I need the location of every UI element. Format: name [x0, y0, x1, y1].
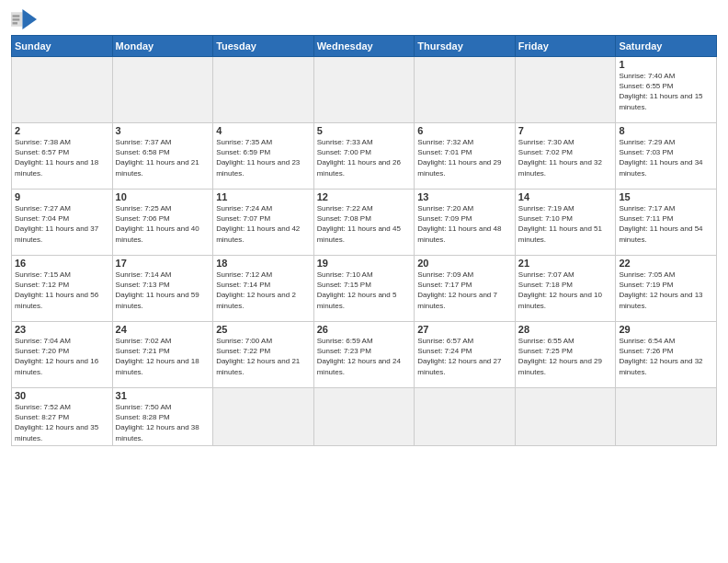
calendar-cell: 25Sunrise: 7:00 AM Sunset: 7:22 PM Dayli…	[213, 322, 314, 388]
weekday-header-thursday: Thursday	[415, 36, 516, 57]
day-info: Sunrise: 7:12 AM Sunset: 7:14 PM Dayligh…	[216, 270, 311, 311]
day-info: Sunrise: 7:27 AM Sunset: 7:04 PM Dayligh…	[15, 203, 109, 245]
calendar-cell: 14Sunrise: 7:19 AM Sunset: 7:10 PM Dayli…	[515, 190, 616, 256]
calendar-cell	[515, 57, 616, 123]
day-number: 26	[317, 324, 412, 335]
day-info: Sunrise: 7:29 AM Sunset: 7:03 PM Dayligh…	[619, 137, 713, 178]
week-row-3: 16Sunrise: 7:15 AM Sunset: 7:12 PM Dayli…	[12, 256, 717, 322]
day-number: 27	[417, 324, 512, 335]
calendar-cell: 7Sunrise: 7:30 AM Sunset: 7:02 PM Daylig…	[515, 123, 616, 190]
calendar-cell: 13Sunrise: 7:20 AM Sunset: 7:09 PM Dayli…	[415, 190, 516, 256]
calendar-cell: 2Sunrise: 7:38 AM Sunset: 6:57 PM Daylig…	[12, 123, 113, 190]
day-info: Sunrise: 7:02 AM Sunset: 7:21 PM Dayligh…	[116, 336, 210, 377]
svg-rect-3	[13, 18, 20, 20]
day-number: 24	[116, 324, 210, 335]
calendar-table: SundayMondayTuesdayWednesdayThursdayFrid…	[11, 35, 717, 446]
calendar-cell: 22Sunrise: 7:05 AM Sunset: 7:19 PM Dayli…	[616, 256, 717, 322]
day-number: 4	[216, 125, 311, 136]
day-info: Sunrise: 7:04 AM Sunset: 7:20 PM Dayligh…	[15, 336, 109, 377]
day-number: 12	[317, 191, 412, 202]
week-row-5: 30Sunrise: 7:52 AM Sunset: 8:27 PM Dayli…	[12, 388, 717, 446]
day-info: Sunrise: 6:59 AM Sunset: 7:23 PM Dayligh…	[317, 336, 412, 377]
day-info: Sunrise: 7:09 AM Sunset: 7:17 PM Dayligh…	[417, 270, 512, 311]
day-number: 19	[317, 258, 412, 269]
day-info: Sunrise: 7:25 AM Sunset: 7:06 PM Dayligh…	[116, 203, 210, 245]
calendar-cell	[415, 388, 516, 446]
week-row-0: 1Sunrise: 7:40 AM Sunset: 6:55 PM Daylig…	[12, 57, 717, 123]
day-info: Sunrise: 7:05 AM Sunset: 7:19 PM Dayligh…	[619, 270, 713, 311]
week-row-2: 9Sunrise: 7:27 AM Sunset: 7:04 PM Daylig…	[12, 190, 717, 256]
day-info: Sunrise: 7:07 AM Sunset: 7:18 PM Dayligh…	[518, 270, 613, 311]
day-number: 3	[116, 125, 210, 136]
calendar-cell: 18Sunrise: 7:12 AM Sunset: 7:14 PM Dayli…	[213, 256, 314, 322]
day-info: Sunrise: 7:35 AM Sunset: 6:59 PM Dayligh…	[216, 137, 311, 178]
day-number: 13	[417, 191, 512, 202]
calendar-cell: 10Sunrise: 7:25 AM Sunset: 7:06 PM Dayli…	[112, 190, 213, 256]
day-number: 9	[15, 191, 109, 202]
day-info: Sunrise: 7:22 AM Sunset: 7:08 PM Dayligh…	[317, 203, 412, 245]
day-info: Sunrise: 7:37 AM Sunset: 6:58 PM Dayligh…	[116, 137, 210, 178]
calendar-cell: 3Sunrise: 7:37 AM Sunset: 6:58 PM Daylig…	[112, 123, 213, 190]
calendar-cell: 6Sunrise: 7:32 AM Sunset: 7:01 PM Daylig…	[415, 123, 516, 190]
day-number: 5	[317, 125, 412, 136]
day-info: Sunrise: 7:30 AM Sunset: 7:02 PM Dayligh…	[518, 137, 613, 178]
day-number: 11	[216, 191, 311, 202]
day-info: Sunrise: 7:19 AM Sunset: 7:10 PM Dayligh…	[518, 203, 613, 245]
weekday-header-saturday: Saturday	[616, 36, 717, 57]
day-number: 22	[619, 258, 713, 269]
logo	[11, 9, 40, 29]
calendar-cell	[213, 57, 314, 123]
day-number: 20	[417, 258, 512, 269]
calendar-cell: 26Sunrise: 6:59 AM Sunset: 7:23 PM Dayli…	[313, 322, 415, 388]
day-info: Sunrise: 7:33 AM Sunset: 7:00 PM Dayligh…	[317, 137, 412, 178]
day-number: 29	[619, 324, 713, 335]
calendar-cell: 21Sunrise: 7:07 AM Sunset: 7:18 PM Dayli…	[515, 256, 616, 322]
weekday-header-tuesday: Tuesday	[213, 36, 314, 57]
weekday-header-friday: Friday	[515, 36, 616, 57]
day-number: 1	[619, 59, 713, 70]
calendar-cell: 20Sunrise: 7:09 AM Sunset: 7:17 PM Dayli…	[415, 256, 516, 322]
calendar-cell: 15Sunrise: 7:17 AM Sunset: 7:11 PM Dayli…	[616, 190, 717, 256]
day-number: 16	[15, 258, 109, 269]
day-info: Sunrise: 7:17 AM Sunset: 7:11 PM Dayligh…	[619, 203, 713, 245]
day-number: 6	[417, 125, 512, 136]
calendar-cell: 19Sunrise: 7:10 AM Sunset: 7:15 PM Dayli…	[313, 256, 415, 322]
calendar-cell	[213, 388, 314, 446]
day-number: 18	[216, 258, 311, 269]
week-row-1: 2Sunrise: 7:38 AM Sunset: 6:57 PM Daylig…	[12, 123, 717, 190]
calendar-cell: 4Sunrise: 7:35 AM Sunset: 6:59 PM Daylig…	[213, 123, 314, 190]
svg-marker-1	[22, 9, 37, 29]
day-number: 7	[518, 125, 613, 136]
calendar-cell: 5Sunrise: 7:33 AM Sunset: 7:00 PM Daylig…	[313, 123, 415, 190]
svg-rect-4	[13, 22, 17, 24]
calendar-cell	[313, 388, 415, 446]
day-info: Sunrise: 7:10 AM Sunset: 7:15 PM Dayligh…	[317, 270, 412, 311]
day-number: 2	[15, 125, 109, 136]
calendar-cell: 31Sunrise: 7:50 AM Sunset: 8:28 PM Dayli…	[112, 388, 213, 446]
day-number: 8	[619, 125, 713, 136]
svg-rect-2	[13, 15, 20, 17]
calendar-cell: 8Sunrise: 7:29 AM Sunset: 7:03 PM Daylig…	[616, 123, 717, 190]
calendar-cell: 12Sunrise: 7:22 AM Sunset: 7:08 PM Dayli…	[313, 190, 415, 256]
weekday-header-wednesday: Wednesday	[313, 36, 415, 57]
calendar-cell	[12, 57, 113, 123]
day-info: Sunrise: 7:00 AM Sunset: 7:22 PM Dayligh…	[216, 336, 311, 377]
calendar-cell: 11Sunrise: 7:24 AM Sunset: 7:07 PM Dayli…	[213, 190, 314, 256]
day-info: Sunrise: 7:20 AM Sunset: 7:09 PM Dayligh…	[417, 203, 512, 245]
day-info: Sunrise: 6:57 AM Sunset: 7:24 PM Dayligh…	[417, 336, 512, 377]
day-number: 28	[518, 324, 613, 335]
calendar-cell: 28Sunrise: 6:55 AM Sunset: 7:25 PM Dayli…	[515, 322, 616, 388]
calendar-cell	[112, 57, 213, 123]
day-info: Sunrise: 6:55 AM Sunset: 7:25 PM Dayligh…	[518, 336, 613, 377]
day-info: Sunrise: 7:50 AM Sunset: 8:28 PM Dayligh…	[116, 402, 210, 443]
calendar-cell: 9Sunrise: 7:27 AM Sunset: 7:04 PM Daylig…	[12, 190, 113, 256]
calendar-cell	[313, 57, 415, 123]
calendar-cell: 29Sunrise: 6:54 AM Sunset: 7:26 PM Dayli…	[616, 322, 717, 388]
day-info: Sunrise: 7:14 AM Sunset: 7:13 PM Dayligh…	[116, 270, 210, 311]
day-number: 15	[619, 191, 713, 202]
day-info: Sunrise: 7:52 AM Sunset: 8:27 PM Dayligh…	[15, 402, 109, 443]
day-number: 31	[116, 390, 210, 401]
calendar-cell: 23Sunrise: 7:04 AM Sunset: 7:20 PM Dayli…	[12, 322, 113, 388]
day-number: 14	[518, 191, 613, 202]
calendar-cell	[415, 57, 516, 123]
